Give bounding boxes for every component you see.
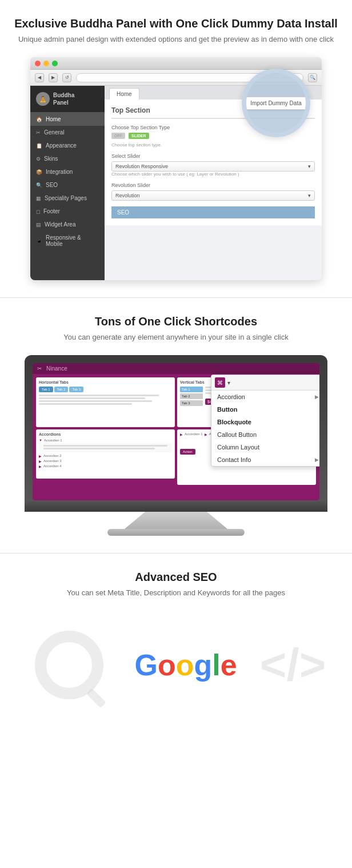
sidebar-label-responsive: Responsive & Mobile bbox=[46, 234, 99, 247]
dropdown-accordion[interactable]: Accordion ▶ bbox=[211, 391, 319, 403]
skins-icon: ⚙ bbox=[36, 156, 41, 162]
vtab-1[interactable]: Tab 1 bbox=[180, 387, 203, 392]
accordion-label-1: Accordion 1 bbox=[44, 439, 62, 442]
select2-dropdown[interactable]: Revolution ▾ bbox=[111, 190, 315, 201]
home-icon: 🏠 bbox=[36, 117, 42, 122]
panel-logo: 🧘 BuddhaPanel bbox=[30, 86, 105, 113]
google-o2: o bbox=[176, 648, 194, 682]
logo-icon: 🧘 bbox=[36, 92, 50, 106]
field2-label: Select Slider bbox=[111, 153, 315, 159]
accordion-item-2: ▶ Accordion 2 bbox=[39, 454, 172, 458]
google-g2: g bbox=[194, 648, 213, 682]
accordion-item-4: ▶ Accordion 4 bbox=[39, 464, 172, 468]
dropdown-toolbar-label: ▾ bbox=[227, 380, 230, 386]
google-g: G bbox=[135, 648, 158, 682]
accordion-arrow-2: ▶ bbox=[39, 454, 42, 458]
dropdown-column[interactable]: Column Layout bbox=[211, 441, 319, 453]
panel-tab-home[interactable]: Home bbox=[109, 88, 139, 99]
accordion-arrow-4: ▶ bbox=[39, 464, 42, 468]
select2-arrow: ▾ bbox=[308, 193, 311, 198]
seo-icon: 🔍 bbox=[36, 182, 42, 188]
dropdown-blockquote[interactable]: Blockquote bbox=[211, 416, 319, 428]
section1-subtitle: Unique admin panel design with extended … bbox=[11, 35, 341, 43]
sidebar-item-skins[interactable]: ⚙ Skins bbox=[30, 152, 105, 165]
sidebar-item-responsive[interactable]: 📱 Responsive & Mobile bbox=[30, 231, 105, 250]
import-dummy-button[interactable]: Import Dummy Data bbox=[244, 97, 307, 110]
text-line-4 bbox=[39, 403, 132, 405]
google-e: e bbox=[221, 648, 237, 682]
imac-bottom bbox=[25, 500, 327, 512]
forward-button[interactable]: ▶ bbox=[49, 73, 58, 82]
dropdown-column-label: Column Layout bbox=[217, 444, 259, 451]
dropdown-contact[interactable]: Contact Info ▶ bbox=[211, 453, 319, 466]
accordion-content-line-1 bbox=[43, 445, 167, 447]
accordion-item-3: ▶ Accordion 3 bbox=[39, 459, 172, 463]
accordion-arrow-3: ▶ bbox=[39, 459, 42, 463]
imac-screen-inner: ✂ Ninance Horizontal Tabs Tab 1 Tab 2 Ta… bbox=[33, 363, 319, 500]
accordion-label-2: Accordion 2 bbox=[43, 454, 62, 457]
section-seo: Advanced SEO You can set Meta Title, Des… bbox=[0, 554, 352, 736]
responsive-icon: 📱 bbox=[36, 238, 42, 244]
back-button[interactable]: ◀ bbox=[35, 73, 44, 82]
panel-sidebar: 🧘 BuddhaPanel 🏠 Home ✂ General 📋 Appeara… bbox=[30, 86, 105, 280]
toggle-on[interactable]: SLIDER bbox=[129, 133, 149, 139]
select2-row: Revolution Slider Revolution ▾ bbox=[111, 182, 315, 201]
sidebar-item-appearance[interactable]: 📋 Appearance bbox=[30, 139, 105, 152]
sidebar-item-footer[interactable]: ◻ Footer bbox=[30, 205, 105, 218]
section1-title: Exclusive Buddha Panel with One Click Du… bbox=[11, 17, 341, 30]
right-arrow-1: ▶ bbox=[180, 432, 183, 436]
accordion-arrow-1: ▼ bbox=[39, 439, 42, 442]
mac-maximize-dot[interactable] bbox=[52, 61, 58, 66]
vtab-3[interactable]: Tab 3 bbox=[180, 400, 203, 406]
vtab-2[interactable]: Tab 2 bbox=[180, 393, 203, 399]
mac-titlebar bbox=[30, 57, 322, 70]
sidebar-item-widget[interactable]: ▤ Widget Area bbox=[30, 218, 105, 231]
dropdown-callout-label: Callout Button bbox=[217, 431, 257, 438]
sidebar-item-general[interactable]: ✂ General bbox=[30, 126, 105, 139]
section2-title: Tons of One Click Shortcodes bbox=[11, 315, 341, 328]
general-icon: ✂ bbox=[36, 130, 41, 136]
sidebar-label-seo: SEO bbox=[46, 182, 58, 188]
shortcode-dropdown: ⌘ ▾ Accordion ▶ Button Blockquote Callou bbox=[211, 375, 319, 467]
dropdown-icon: ⌘ bbox=[215, 377, 225, 388]
dropdown-callout[interactable]: Callout Button bbox=[211, 428, 319, 441]
sidebar-label-general: General bbox=[44, 129, 65, 136]
select1-dropdown[interactable]: Revolution Responsive ▾ bbox=[111, 161, 315, 172]
toggle-off[interactable]: OFF bbox=[111, 133, 125, 139]
imac-base bbox=[107, 529, 245, 536]
toggle-hint: Choose top section type. bbox=[111, 142, 315, 148]
toolbar-label: Ninance bbox=[46, 365, 67, 372]
sidebar-item-seo[interactable]: 🔍 SEO bbox=[30, 178, 105, 192]
action-button[interactable]: Action bbox=[180, 449, 195, 455]
sidebar-label-speciality: Speciality Pages bbox=[45, 195, 87, 201]
google-l: l bbox=[212, 648, 220, 682]
magnifier-overlay: Import Dummy Data bbox=[242, 69, 310, 137]
right-arrow-2: ▶ bbox=[205, 432, 207, 436]
sidebar-label-home: Home bbox=[46, 116, 61, 122]
toolbar-icon: ✂ bbox=[37, 365, 42, 372]
refresh-button[interactable]: ↺ bbox=[62, 73, 71, 82]
accordion-item-1: ▼ Accordion 1 bbox=[39, 439, 172, 442]
google-o1: o bbox=[158, 648, 176, 682]
mac-minimize-dot[interactable] bbox=[43, 61, 49, 66]
tab-1[interactable]: Tab 1 bbox=[39, 387, 53, 392]
sidebar-item-home[interactable]: 🏠 Home bbox=[30, 113, 105, 126]
right-label-1: Accordion 1 bbox=[185, 432, 203, 436]
dropdown-button[interactable]: Button bbox=[211, 403, 319, 416]
tab-3[interactable]: Tab 3 bbox=[69, 387, 83, 392]
sidebar-label-integration: Integration bbox=[46, 169, 73, 175]
text-line-3 bbox=[39, 400, 152, 402]
mac-close-dot[interactable] bbox=[35, 61, 41, 66]
section-shortcodes: Tons of One Click Shortcodes You can gen… bbox=[0, 298, 352, 554]
select1-arrow: ▾ bbox=[308, 164, 311, 169]
card3-title: Accordions bbox=[39, 432, 172, 436]
section3-subtitle: You can set Meta Title, Description and … bbox=[11, 588, 341, 597]
sidebar-item-integration[interactable]: 📦 Integration bbox=[30, 165, 105, 178]
tab-2[interactable]: Tab 2 bbox=[54, 387, 69, 392]
dropdown-accordion-arrow: ▶ bbox=[315, 394, 319, 400]
dropdown-toolbar: ⌘ ▾ bbox=[211, 375, 319, 391]
appearance-icon: 📋 bbox=[36, 143, 42, 149]
mac-window: ◀ ▶ ↺ 🔍 🧘 BuddhaPanel 🏠 Home ✂ General bbox=[30, 57, 322, 280]
search-button[interactable]: 🔍 bbox=[308, 73, 317, 82]
sidebar-item-speciality[interactable]: ▦ Speciality Pages bbox=[30, 192, 105, 205]
